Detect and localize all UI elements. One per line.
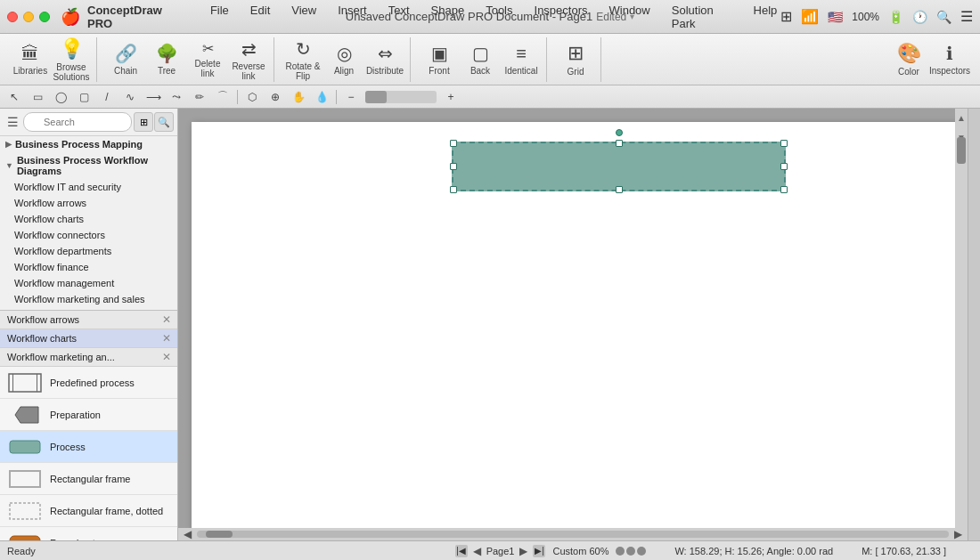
zoom-slider[interactable] (365, 91, 437, 103)
close-workflow-charts-icon[interactable]: ✕ (159, 331, 174, 345)
menu-solution-park[interactable]: Solution Park (668, 2, 736, 32)
tree-button[interactable]: 🌳 Tree (147, 37, 186, 82)
identical-button[interactable]: ≡ Identical (502, 37, 541, 82)
sidebar-item-business-process-workflow[interactable]: ▼ Business Process Workflow Diagrams (0, 152, 177, 179)
handle-mid-right[interactable] (780, 163, 788, 170)
shape-preparation[interactable]: Preparation (0, 399, 177, 431)
scroll-up-icon[interactable]: ▲ (955, 109, 968, 126)
shape-rectangular-frame[interactable]: Rectangular frame (0, 463, 177, 495)
scroll-right-icon[interactable]: ▶ (952, 528, 964, 540)
menu-help[interactable]: Help (750, 2, 781, 32)
menu-icon[interactable]: ☰ (960, 8, 973, 25)
zoom-out-btn[interactable]: − (340, 87, 362, 107)
arrow-tool[interactable]: ↖ (4, 87, 25, 107)
search-input[interactable] (23, 112, 132, 132)
search-icon[interactable]: 🔍 (936, 10, 951, 24)
distribute-button[interactable]: ⇔ Distribute (365, 37, 404, 82)
active-lib-workflow-marketing[interactable]: Workflow marketing an... ✕ (0, 348, 177, 367)
rounded-rect-tool[interactable]: ▢ (73, 87, 94, 107)
reverse-link-button[interactable]: ⇄ Reverse link (229, 37, 268, 82)
sidebar-item-workflow-arrows[interactable]: Workflow arrows (0, 195, 177, 211)
v-scrollbar[interactable]: ▲ ▼ (955, 109, 968, 528)
shape-process[interactable]: Process (0, 431, 177, 463)
handle-top-left[interactable] (450, 140, 457, 147)
rotate-flip-button[interactable]: ↻ Rotate & Flip (283, 37, 323, 82)
scroll-left-icon[interactable]: ◀ (182, 528, 193, 540)
canvas-area[interactable]: ◀ ▶ ▲ ▼ (178, 109, 968, 540)
sidebar-item-workflow-it[interactable]: Workflow IT and security (0, 179, 177, 195)
mission-control-icon[interactable]: ⊞ (780, 8, 792, 25)
process-shape[interactable] (452, 142, 786, 191)
zoom-dot-2[interactable] (626, 547, 635, 556)
rectangular-frame-dotted-svg (8, 501, 42, 521)
handle-bot-left[interactable] (450, 186, 457, 193)
page-end-icon[interactable]: ▶| (533, 545, 545, 557)
bezier-tool[interactable]: ⌒ (212, 87, 233, 107)
libraries-button[interactable]: 🏛 Libraries (11, 37, 50, 82)
menu-edit[interactable]: Edit (247, 2, 274, 32)
close-button[interactable] (7, 12, 18, 22)
color-button[interactable]: 🎨 Color (889, 37, 928, 82)
connect-tool[interactable]: ⟶ (143, 87, 164, 107)
handle-top-mid[interactable] (616, 140, 623, 147)
connect2-tool[interactable]: ⤳ (166, 87, 187, 107)
sidebar-item-workflow-connectors[interactable]: Workflow connectors (0, 227, 177, 243)
handle-mid-left[interactable] (450, 163, 457, 170)
zoom-dot-3[interactable] (637, 547, 646, 556)
lasso-tool[interactable]: ⬡ (241, 87, 263, 107)
active-lib-workflow-charts[interactable]: Workflow charts ✕ (0, 329, 177, 348)
delete-link-button[interactable]: ✂ Delete link (188, 37, 227, 82)
chain-button[interactable]: 🔗 Chain (106, 37, 145, 82)
sidebar-item-workflow-departments[interactable]: Workflow departments (0, 243, 177, 259)
page-prev-icon[interactable]: ◀ (471, 545, 483, 557)
sidebar-item-workflow-charts[interactable]: Workflow charts (0, 211, 177, 227)
handle-top-right[interactable] (780, 140, 788, 147)
menu-file[interactable]: File (207, 2, 233, 32)
eyedrop-tool[interactable]: 💧 (311, 87, 332, 107)
list-view-btn[interactable]: 🔍 (154, 112, 174, 132)
active-lib-workflow-arrows[interactable]: Workflow arrows ✕ (0, 311, 177, 329)
browse-solutions-button[interactable]: 💡 Browse Solutions (52, 37, 91, 82)
close-workflow-arrows-icon[interactable]: ✕ (159, 312, 174, 327)
rect-tool[interactable]: ▭ (27, 87, 48, 107)
inspectors-button[interactable]: ℹ Inspectors (930, 37, 969, 82)
hand-tool[interactable]: ✋ (288, 87, 309, 107)
curve-tool[interactable]: ∿ (119, 87, 141, 107)
h-scrollbar[interactable]: ◀ ▶ (178, 528, 968, 540)
page-next-icon[interactable]: ▶ (518, 545, 529, 557)
v-scroll-thumb[interactable] (957, 137, 966, 164)
h-scroll-thumb[interactable] (206, 531, 233, 538)
sidebar-item-workflow-management[interactable]: Workflow management (0, 275, 177, 291)
h-scroll-track[interactable] (197, 531, 949, 538)
minimize-button[interactable] (23, 12, 34, 22)
sidebar-list-icon[interactable]: ☰ (4, 113, 21, 131)
selected-shape[interactable] (452, 142, 786, 191)
sidebar-item-workflow-marketing[interactable]: Workflow marketing and sales (0, 291, 177, 307)
sidebar-item-business-process-mapping[interactable]: ▶ Business Process Mapping (0, 136, 177, 152)
menu-view[interactable]: View (288, 2, 320, 32)
zoom-dot-1[interactable] (616, 547, 625, 556)
align-button[interactable]: ◎ Align (324, 37, 363, 82)
handle-bot-mid[interactable] (616, 186, 623, 193)
dropdown-arrow-icon[interactable]: ▾ (630, 12, 634, 21)
grid-view-btn[interactable]: ⊞ (134, 112, 153, 132)
sidebar-view-buttons: ⊞ 🔍 (134, 112, 174, 132)
shape-roundrect[interactable]: Roundrect (0, 527, 177, 540)
line-tool[interactable]: / (96, 87, 118, 107)
zoom-tool[interactable]: ⊕ (265, 87, 286, 107)
statusbar: Ready |◀ ◀ Page1 ▶ ▶| Custom 60% W: 158.… (0, 540, 980, 560)
ellipse-tool[interactable]: ◯ (50, 87, 71, 107)
back-button[interactable]: ▢ Back (461, 37, 500, 82)
page-start-icon[interactable]: |◀ (455, 545, 468, 557)
handle-bot-right[interactable] (780, 186, 788, 193)
grid-button[interactable]: ⊞ Grid (556, 37, 595, 82)
maximize-button[interactable] (39, 12, 50, 22)
shape-rectangular-frame-dotted[interactable]: Rectangular frame, dotted (0, 495, 177, 527)
shape-predefined-process[interactable]: Predefined process (0, 367, 177, 399)
close-workflow-marketing-icon[interactable]: ✕ (159, 350, 174, 364)
sidebar-item-workflow-finance[interactable]: Workflow finance (0, 259, 177, 275)
front-button[interactable]: ▣ Front (420, 37, 459, 82)
rotate-handle[interactable] (616, 129, 623, 136)
pencil-tool[interactable]: ✏ (189, 87, 210, 107)
zoom-in-btn[interactable]: + (440, 87, 461, 107)
